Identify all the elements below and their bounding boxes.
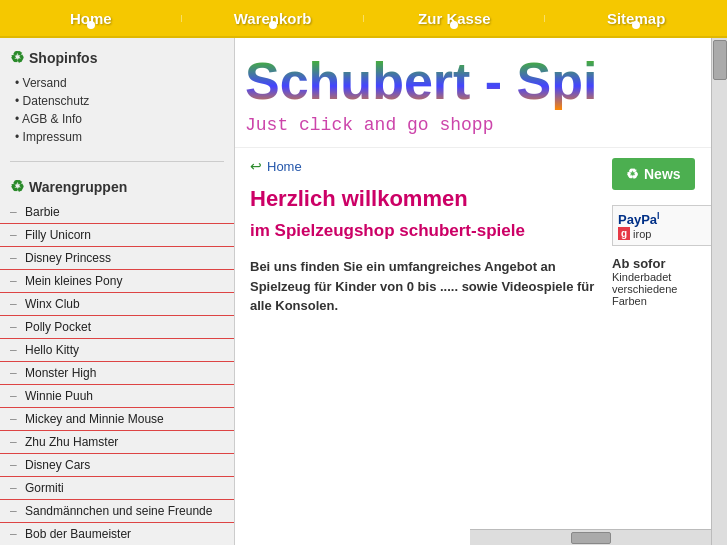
nav-home[interactable]: Home: [0, 10, 182, 27]
wg-item-disney-cars[interactable]: Disney Cars: [0, 454, 234, 477]
main-wrapper: ♻ Shopinfos Versand Datenschutz AGB & In…: [0, 38, 727, 545]
shopinfos-links: Versand Datenschutz AGB & Info Impressum: [0, 72, 234, 156]
breadcrumb-arrow-icon: ↩: [250, 158, 262, 174]
wg-item-zhuzhu[interactable]: Zhu Zhu Hamster: [0, 431, 234, 454]
nav-sitemap[interactable]: Sitemap: [545, 10, 727, 27]
shop-description: im Spielzeugshop schubert-spiele: [250, 220, 597, 242]
warengruppen-title: Warengruppen: [29, 179, 127, 195]
shopinfos-leaf-icon: ♻: [10, 48, 24, 67]
nav-pin-zur-kasse: [450, 21, 458, 29]
sidebar-divider: [10, 161, 224, 162]
welcome-heading: Herzlich willkommen: [250, 186, 597, 212]
ab-sofort-label: Ab sofor: [612, 256, 712, 271]
content-body: ↩ Home Herzlich willkommen im Spielzeugs…: [235, 148, 727, 334]
breadcrumb-home-link[interactable]: Home: [267, 159, 302, 174]
giropay-label: irop: [633, 228, 651, 240]
shopinfos-title: Shopinfos: [29, 50, 97, 66]
ab-sofort-text: Kinderbadet verschiedene Farben: [612, 271, 712, 307]
wg-item-mein-kleines-pony[interactable]: Mein kleines Pony: [0, 270, 234, 293]
content-area: Schubert - Spi Just click and go shopp ↩…: [235, 38, 727, 545]
horizontal-scrollbar[interactable]: [470, 529, 711, 545]
wg-item-sandmaennchen[interactable]: Sandmännchen und seine Freunde: [0, 500, 234, 523]
banner-title: Schubert - Spi: [235, 38, 727, 110]
paypal-label: PayPal: [618, 211, 706, 227]
vertical-scroll-thumb[interactable]: [713, 40, 727, 80]
payment-area: PayPal g irop: [612, 205, 712, 246]
nav-bar: Home Warenkorb Zur Kasse Sitemap: [0, 0, 727, 38]
news-button[interactable]: ♻ News: [612, 158, 695, 190]
nav-warenkorb[interactable]: Warenkorb: [182, 10, 364, 27]
wg-item-disney-princess[interactable]: Disney Princess: [0, 247, 234, 270]
header-banner: Schubert - Spi Just click and go shopp: [235, 38, 727, 148]
content-main: ↩ Home Herzlich willkommen im Spielzeugs…: [250, 158, 597, 324]
sidebar: ♻ Shopinfos Versand Datenschutz AGB & In…: [0, 38, 235, 545]
nav-pin-sitemap: [632, 21, 640, 29]
news-button-label: News: [644, 166, 681, 182]
wg-item-winx[interactable]: Winx Club: [0, 293, 234, 316]
banner-subtitle: Just click and go shopp: [235, 110, 727, 140]
giropay-icon: g: [618, 227, 630, 240]
news-leaf-icon: ♻: [626, 166, 639, 182]
wg-item-hello-kitty[interactable]: Hello Kitty: [0, 339, 234, 362]
shopinfos-link-agb[interactable]: AGB & Info: [15, 110, 234, 128]
warengruppen-list: Barbie Filly Unicorn Disney Princess Mei…: [0, 201, 234, 545]
shopinfos-section-title: ♻ Shopinfos: [0, 38, 234, 72]
wg-item-winnie[interactable]: Winnie Puuh: [0, 385, 234, 408]
wg-item-polly[interactable]: Polly Pocket: [0, 316, 234, 339]
shopinfos-link-impressum[interactable]: Impressum: [15, 128, 234, 146]
giropay-area: g irop: [618, 227, 706, 240]
wg-item-barbie[interactable]: Barbie: [0, 201, 234, 224]
warengruppen-section-title: ♻ Warengruppen: [0, 167, 234, 201]
nav-pin-warenkorb: [269, 21, 277, 29]
shopinfos-link-datenschutz[interactable]: Datenschutz: [15, 92, 234, 110]
breadcrumb: ↩ Home: [250, 158, 597, 174]
shopinfos-link-versand[interactable]: Versand: [15, 74, 234, 92]
wg-item-monster-high[interactable]: Monster High: [0, 362, 234, 385]
horizontal-scroll-thumb[interactable]: [571, 532, 611, 544]
content-side: ♻ News PayPal g irop Ab sofor Kinderbade…: [612, 158, 712, 324]
nav-pin-home: [87, 21, 95, 29]
wg-item-gormiti[interactable]: Gormiti: [0, 477, 234, 500]
body-text: Bei uns finden Sie ein umfangreiches Ang…: [250, 257, 597, 316]
nav-zur-kasse[interactable]: Zur Kasse: [364, 10, 546, 27]
wg-item-filly[interactable]: Filly Unicorn: [0, 224, 234, 247]
wg-item-bob[interactable]: Bob der Baumeister: [0, 523, 234, 545]
vertical-scrollbar[interactable]: [711, 38, 727, 545]
warengruppen-leaf-icon: ♻: [10, 177, 24, 196]
wg-item-mickey[interactable]: Mickey and Minnie Mouse: [0, 408, 234, 431]
